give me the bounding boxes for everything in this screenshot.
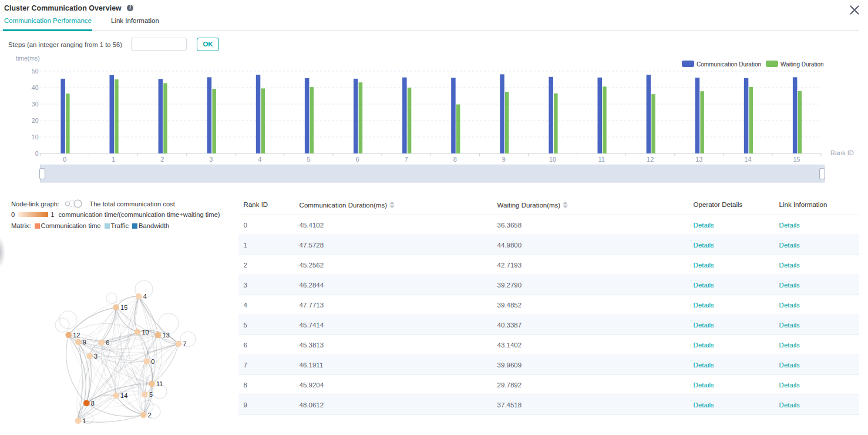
svg-text:0: 0 <box>63 156 66 163</box>
svg-text:Waiting Duration: Waiting Duration <box>780 61 824 68</box>
svg-text:3: 3 <box>209 156 213 163</box>
svg-text:14: 14 <box>744 156 751 163</box>
svg-text:1: 1 <box>112 156 115 163</box>
svg-text:9: 9 <box>83 339 86 346</box>
svg-text:7: 7 <box>183 340 186 347</box>
svg-text:1: 1 <box>83 417 86 424</box>
svg-text:0: 0 <box>35 150 39 157</box>
svg-text:14: 14 <box>120 392 127 399</box>
svg-text:13: 13 <box>695 156 702 163</box>
svg-text:7: 7 <box>405 156 408 163</box>
svg-text:50: 50 <box>32 68 39 75</box>
svg-text:40: 40 <box>32 84 39 91</box>
svg-text:5: 5 <box>149 391 153 398</box>
svg-text:8: 8 <box>91 400 95 407</box>
svg-text:10: 10 <box>549 156 556 163</box>
svg-text:Communication Duration: Communication Duration <box>697 61 761 68</box>
svg-text:4: 4 <box>143 293 147 300</box>
svg-text:15: 15 <box>793 156 800 163</box>
svg-text:5: 5 <box>307 156 310 163</box>
svg-text:10: 10 <box>142 329 149 336</box>
svg-text:10: 10 <box>32 133 39 140</box>
svg-text:9: 9 <box>502 156 506 163</box>
svg-text:time(ms): time(ms) <box>16 55 40 62</box>
svg-text:3: 3 <box>94 353 97 360</box>
svg-text:2: 2 <box>148 411 152 419</box>
svg-text:6: 6 <box>106 339 109 346</box>
svg-text:11: 11 <box>598 156 604 163</box>
svg-text:15: 15 <box>120 304 127 311</box>
svg-text:12: 12 <box>73 332 80 339</box>
svg-text:12: 12 <box>647 156 654 163</box>
svg-text:13: 13 <box>163 332 170 339</box>
svg-text:2: 2 <box>160 156 164 163</box>
svg-text:20: 20 <box>32 117 39 124</box>
svg-text:30: 30 <box>32 101 39 108</box>
svg-text:Rank ID: Rank ID <box>830 149 854 156</box>
svg-text:6: 6 <box>356 156 359 163</box>
svg-text:0: 0 <box>151 358 154 365</box>
svg-text:11: 11 <box>156 380 163 387</box>
svg-text:8: 8 <box>453 156 457 163</box>
svg-text:4: 4 <box>258 156 261 163</box>
